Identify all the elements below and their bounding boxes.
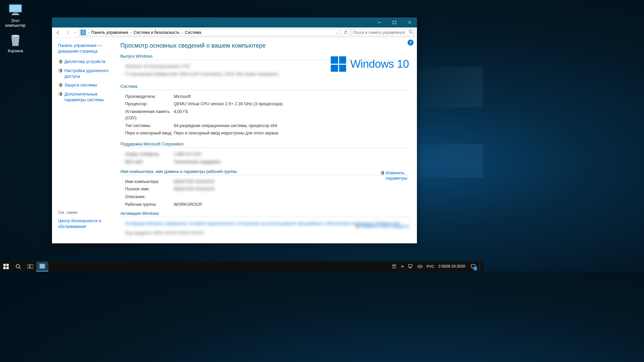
chevron-right-icon: › [88, 30, 89, 35]
main-panel: Просмотр основных сведений о вашем компь… [116, 38, 417, 243]
nav-forward-button[interactable] [63, 28, 71, 37]
control-panel-home-link[interactable]: Панель управления — домашняя страница [58, 43, 112, 54]
shield-icon [58, 92, 63, 97]
label-system-type: Тип системы: [125, 123, 174, 129]
change-settings-label: Изменить параметры [386, 170, 407, 181]
label-workgroup: Рабочая группа: [125, 201, 174, 208]
shield-icon [380, 171, 385, 175]
svg-rect-16 [6, 267, 9, 269]
label-description: Описание: [125, 194, 174, 200]
task-view-button[interactable] [24, 261, 36, 272]
tray-action-center[interactable]: 2 [468, 261, 479, 272]
label-processor: Процессор: [125, 101, 174, 107]
breadcrumb-bar[interactable]: › Панель управления › Система и безопасн… [79, 29, 340, 36]
svg-point-24 [394, 265, 396, 266]
svg-line-12 [412, 33, 413, 34]
svg-rect-10 [81, 31, 85, 35]
label-full-name: Полное имя: [125, 186, 174, 192]
tray-volume-icon[interactable] [416, 261, 424, 272]
system-properties-window: › Панель управления › Система и безопасн… [52, 17, 417, 243]
search-input[interactable] [353, 30, 409, 35]
side-link-label: Защита системы [64, 82, 97, 88]
search-box[interactable] [351, 29, 415, 36]
address-bar: › Панель управления › Система и безопасн… [52, 27, 417, 38]
value-computer-name: DESKTOP-XXXXXXX [174, 179, 411, 185]
trash-icon [7, 32, 23, 48]
tray-time: 2:50 [438, 264, 446, 268]
breadcrumb-item[interactable]: Система и безопасность [133, 30, 179, 35]
label-manufacturer: Производитель: [125, 94, 174, 100]
svg-rect-14 [6, 264, 9, 266]
section-heading-system: Система [120, 84, 411, 90]
value-pen-touch: Перо и сенсорный ввод недоступны для это… [174, 130, 411, 136]
section-heading-activation: Активация Windows [120, 211, 411, 217]
tray-clock[interactable]: 2:50 28.10.2020 [437, 261, 467, 272]
minimize-button[interactable] [372, 17, 387, 27]
svg-rect-19 [28, 265, 30, 268]
show-desktop-button[interactable] [480, 261, 482, 272]
svg-rect-2 [13, 13, 18, 14]
value-support-site[interactable]: Техническая поддержка [174, 159, 411, 165]
chevron-right-icon: › [181, 30, 183, 35]
chevron-down-icon[interactable]: ⌄ [335, 30, 339, 35]
desktop-icon-recycle-bin[interactable]: Корзина [3, 32, 28, 53]
svg-point-23 [392, 265, 394, 266]
control-panel-icon [80, 30, 86, 35]
windows-logo-text: Windows 10 [350, 58, 409, 70]
windows-flag-icon [331, 56, 346, 72]
side-panel: Панель управления — домашняя страница Ди… [52, 38, 116, 243]
label-support-phone: Номер телефона: [125, 151, 174, 158]
section-heading-support: Поддержка Microsoft Corporation [120, 142, 411, 148]
section-heading-computer-name: Имя компьютера, имя домена и параметры р… [120, 169, 411, 175]
label-support-site: Веб-сайт: [125, 159, 174, 165]
svg-rect-15 [3, 267, 6, 269]
search-icon [409, 30, 413, 35]
svg-rect-1 [10, 5, 21, 12]
tray-network-icon[interactable] [407, 261, 415, 272]
nav-recent-button[interactable] [73, 28, 77, 37]
tray-chevron-up-icon[interactable] [399, 261, 406, 272]
change-settings-link[interactable]: Изменить параметры [380, 170, 407, 181]
svg-rect-20 [30, 265, 33, 268]
nav-back-button[interactable] [54, 28, 62, 37]
side-link-advanced[interactable]: Дополнительные параметры системы [58, 92, 112, 103]
svg-rect-3 [12, 14, 19, 15]
svg-point-17 [16, 264, 19, 268]
side-link-protection[interactable]: Защита системы [58, 82, 112, 88]
start-button[interactable] [0, 261, 12, 272]
taskbar-app-control-panel[interactable] [36, 261, 48, 272]
side-link-device-manager[interactable]: Диспетчер устройств [58, 59, 112, 65]
notification-badge: 2 [473, 266, 477, 270]
svg-rect-22 [40, 264, 45, 268]
svg-point-4 [11, 35, 19, 37]
product-key: Код продукта: 00XX-XXXX-XXXX-XXXXX [125, 230, 204, 236]
value-description [174, 194, 411, 200]
desktop-icon-label: Корзина [3, 49, 28, 53]
side-link-remote[interactable]: Настройка удаленного доступа [58, 68, 112, 79]
system-tray: РУС 2:50 28.10.2020 2 [390, 261, 483, 272]
value-full-name: DESKTOP-XXXXXXX [174, 186, 411, 192]
svg-rect-6 [393, 21, 396, 24]
breadcrumb-item[interactable]: Панель управления [91, 30, 128, 35]
window-titlebar[interactable] [52, 17, 417, 27]
svg-line-18 [19, 267, 20, 269]
refresh-button[interactable] [342, 29, 350, 36]
background-beam [416, 144, 483, 178]
tray-language[interactable]: РУС [425, 261, 436, 272]
value-manufacturer: Microsoft [174, 94, 411, 100]
background-beam [416, 67, 483, 107]
shield-icon [355, 224, 360, 229]
tray-people-icon[interactable] [390, 261, 398, 272]
taskbar-search-button[interactable] [12, 261, 24, 272]
breadcrumb-item[interactable]: Система [185, 30, 201, 35]
close-button[interactable] [402, 17, 417, 27]
value-workgroup: WORKGROUP [174, 201, 411, 208]
maximize-button[interactable] [387, 17, 402, 27]
desktop-icon-this-pc[interactable]: Этот компьютер [3, 2, 28, 28]
side-link-label: Дополнительные параметры системы [64, 92, 112, 103]
see-also-link[interactable]: Центр безопасности и обслуживания [58, 218, 112, 230]
taskbar: РУС 2:50 28.10.2020 2 [0, 261, 483, 272]
change-product-key-link[interactable]: Изменить ключ продукта [355, 224, 409, 229]
value-support-phone: 1-800-XX-XXX [174, 151, 411, 158]
svg-rect-13 [3, 264, 6, 266]
